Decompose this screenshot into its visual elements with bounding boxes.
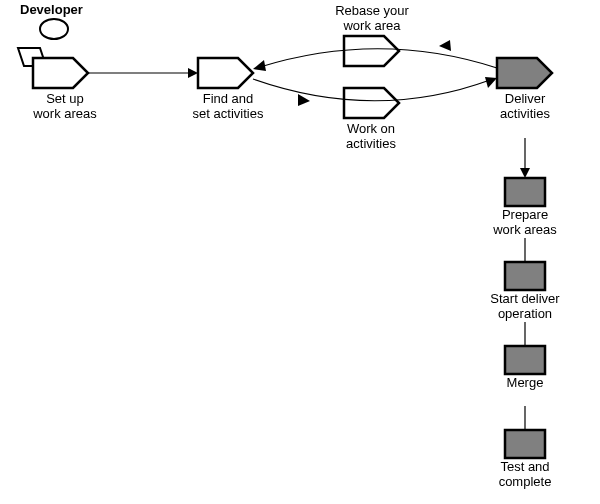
svg-rect-7 <box>505 178 545 206</box>
label-test: Test and complete <box>478 460 572 490</box>
node-start <box>505 262 545 290</box>
svg-marker-14 <box>439 40 451 51</box>
label-deliver: Deliver activities <box>480 92 570 122</box>
svg-marker-3 <box>198 58 253 88</box>
edge-deliver-prepare <box>520 138 530 178</box>
label-setup-l2: work areas <box>33 106 97 121</box>
label-setup-l1: Set up <box>46 91 84 106</box>
node-merge <box>505 346 545 374</box>
label-merge: Merge <box>478 376 572 391</box>
node-deliver <box>497 58 552 88</box>
svg-rect-8 <box>505 262 545 290</box>
svg-marker-12 <box>188 68 198 78</box>
svg-marker-2 <box>33 58 88 88</box>
label-find-l1: Find and <box>203 91 254 106</box>
svg-rect-10 <box>505 430 545 458</box>
label-work: Work on activities <box>326 122 416 152</box>
label-merge-l1: Merge <box>507 375 544 390</box>
label-rebase-l1: Rebase your <box>335 3 409 18</box>
label-work-l1: Work on <box>347 121 395 136</box>
svg-marker-13 <box>253 60 266 71</box>
label-deliver-l1: Deliver <box>505 91 545 106</box>
role-label: Developer <box>20 2 83 17</box>
label-prepare-l2: work areas <box>493 222 557 237</box>
label-test-l2: complete <box>499 474 552 489</box>
label-work-l2: activities <box>346 136 396 151</box>
label-start-l2: operation <box>498 306 552 321</box>
label-prepare-l1: Prepare <box>502 207 548 222</box>
svg-marker-5 <box>344 88 399 118</box>
label-start: Start deliver operation <box>478 292 572 322</box>
node-setup <box>33 58 88 88</box>
label-deliver-l2: activities <box>500 106 550 121</box>
svg-marker-18 <box>520 168 530 178</box>
label-find: Find and set activities <box>178 92 278 122</box>
svg-point-0 <box>40 19 68 39</box>
label-rebase: Rebase your work area <box>320 4 424 34</box>
node-work <box>344 88 399 118</box>
edge-setup-find <box>88 68 198 78</box>
svg-rect-9 <box>505 346 545 374</box>
svg-marker-15 <box>485 77 497 88</box>
node-find <box>198 58 253 88</box>
label-start-l1: Start deliver <box>490 291 559 306</box>
label-find-l2: set activities <box>193 106 264 121</box>
node-rebase <box>344 36 399 66</box>
node-prepare <box>505 178 545 206</box>
node-test <box>505 430 545 458</box>
label-setup: Set up work areas <box>20 92 110 122</box>
label-rebase-l2: work area <box>343 18 400 33</box>
label-test-l1: Test and <box>500 459 549 474</box>
svg-marker-6 <box>497 58 552 88</box>
label-prepare: Prepare work areas <box>478 208 572 238</box>
svg-marker-16 <box>298 94 310 106</box>
diagram-canvas <box>0 0 600 504</box>
svg-marker-4 <box>344 36 399 66</box>
